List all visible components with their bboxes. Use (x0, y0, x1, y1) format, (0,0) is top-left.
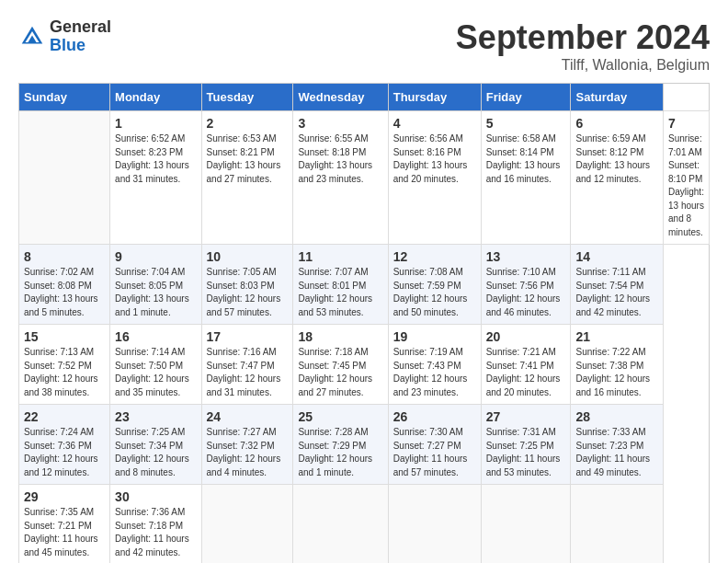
day-cell: 9Sunrise: 7:04 AM Sunset: 8:05 PM Daylig… (110, 245, 201, 325)
calendar-header: SundayMondayTuesdayWednesdayThursdayFrid… (19, 84, 710, 111)
day-number: 24 (207, 409, 289, 424)
day-cell: 6Sunrise: 6:59 AM Sunset: 8:12 PM Daylig… (571, 111, 664, 245)
day-cell: 15Sunrise: 7:13 AM Sunset: 7:52 PM Dayli… (19, 325, 110, 405)
day-number: 3 (298, 116, 382, 131)
day-info: Sunrise: 6:56 AM Sunset: 8:16 PM Dayligh… (393, 132, 476, 186)
day-cell: 19Sunrise: 7:19 AM Sunset: 7:43 PM Dayli… (388, 325, 481, 405)
day-number: 15 (24, 329, 105, 344)
day-number: 19 (393, 329, 476, 344)
day-number: 25 (298, 409, 382, 424)
day-cell (293, 485, 388, 564)
day-cell: 25Sunrise: 7:28 AM Sunset: 7:29 PM Dayli… (293, 405, 388, 485)
day-cell: 12Sunrise: 7:08 AM Sunset: 7:59 PM Dayli… (388, 245, 481, 325)
day-info: Sunrise: 7:10 AM Sunset: 7:56 PM Dayligh… (486, 266, 566, 319)
day-cell: 17Sunrise: 7:16 AM Sunset: 7:47 PM Dayli… (201, 325, 293, 405)
day-number: 6 (575, 116, 658, 131)
day-number: 5 (486, 116, 566, 131)
header-day-friday: Friday (481, 84, 571, 111)
day-cell (571, 485, 664, 564)
week-row-1: 1Sunrise: 6:52 AM Sunset: 8:23 PM Daylig… (19, 111, 710, 245)
day-info: Sunrise: 7:08 AM Sunset: 7:59 PM Dayligh… (393, 266, 476, 319)
day-cell: 23Sunrise: 7:25 AM Sunset: 7:34 PM Dayli… (110, 405, 201, 485)
day-number: 8 (24, 249, 105, 264)
day-cell: 4Sunrise: 6:56 AM Sunset: 8:16 PM Daylig… (388, 111, 481, 245)
location-subtitle: Tilff, Wallonia, Belgium (456, 57, 710, 74)
day-cell: 14Sunrise: 7:11 AM Sunset: 7:54 PM Dayli… (571, 245, 664, 325)
header-day-saturday: Saturday (571, 84, 664, 111)
day-cell: 10Sunrise: 7:05 AM Sunset: 8:03 PM Dayli… (201, 245, 293, 325)
day-info: Sunrise: 6:55 AM Sunset: 8:18 PM Dayligh… (298, 132, 382, 186)
day-info: Sunrise: 7:27 AM Sunset: 7:32 PM Dayligh… (207, 426, 289, 479)
week-row-3: 15Sunrise: 7:13 AM Sunset: 7:52 PM Dayli… (19, 325, 710, 405)
logo-text: General Blue (50, 18, 111, 55)
header: General Blue September 2024 Tilff, Wallo… (18, 18, 710, 74)
calendar-table: SundayMondayTuesdayWednesdayThursdayFrid… (18, 83, 710, 563)
day-number: 22 (24, 409, 105, 424)
day-cell: 24Sunrise: 7:27 AM Sunset: 7:32 PM Dayli… (201, 405, 293, 485)
day-info: Sunrise: 7:18 AM Sunset: 7:45 PM Dayligh… (298, 346, 382, 399)
logo-blue-text: Blue (50, 37, 111, 55)
day-cell (388, 485, 481, 564)
header-day-sunday: Sunday (19, 84, 110, 111)
day-info: Sunrise: 7:21 AM Sunset: 7:41 PM Dayligh… (486, 346, 566, 399)
empty-cell (19, 111, 110, 245)
day-info: Sunrise: 7:16 AM Sunset: 7:47 PM Dayligh… (207, 346, 289, 399)
day-info: Sunrise: 7:28 AM Sunset: 7:29 PM Dayligh… (298, 426, 382, 479)
day-number: 2 (207, 116, 289, 131)
day-number: 28 (575, 409, 658, 424)
day-number: 4 (393, 116, 476, 131)
day-info: Sunrise: 7:33 AM Sunset: 7:23 PM Dayligh… (575, 426, 658, 479)
header-day-wednesday: Wednesday (293, 84, 388, 111)
day-number: 20 (486, 329, 566, 344)
header-day-monday: Monday (110, 84, 201, 111)
day-number: 29 (24, 489, 105, 504)
day-info: Sunrise: 7:22 AM Sunset: 7:38 PM Dayligh… (575, 346, 658, 399)
logo: General Blue (18, 18, 111, 55)
calendar-body: 1Sunrise: 6:52 AM Sunset: 8:23 PM Daylig… (19, 111, 710, 564)
day-number: 7 (668, 116, 704, 131)
day-cell (481, 485, 571, 564)
day-cell: 18Sunrise: 7:18 AM Sunset: 7:45 PM Dayli… (293, 325, 388, 405)
day-cell: 29Sunrise: 7:35 AM Sunset: 7:21 PM Dayli… (19, 485, 110, 564)
day-cell: 28Sunrise: 7:33 AM Sunset: 7:23 PM Dayli… (571, 405, 664, 485)
day-info: Sunrise: 7:11 AM Sunset: 7:54 PM Dayligh… (575, 266, 658, 319)
logo-general-text: General (50, 18, 111, 37)
week-row-5: 29Sunrise: 7:35 AM Sunset: 7:21 PM Dayli… (19, 485, 710, 564)
day-info: Sunrise: 6:52 AM Sunset: 8:23 PM Dayligh… (115, 132, 196, 186)
day-info: Sunrise: 6:58 AM Sunset: 8:14 PM Dayligh… (486, 132, 566, 186)
logo-icon (18, 23, 46, 51)
day-cell: 16Sunrise: 7:14 AM Sunset: 7:50 PM Dayli… (110, 325, 201, 405)
day-number: 30 (115, 489, 196, 504)
day-cell: 3Sunrise: 6:55 AM Sunset: 8:18 PM Daylig… (293, 111, 388, 245)
day-cell: 26Sunrise: 7:30 AM Sunset: 7:27 PM Dayli… (388, 405, 481, 485)
day-number: 18 (298, 329, 382, 344)
day-info: Sunrise: 7:07 AM Sunset: 8:01 PM Dayligh… (298, 266, 382, 319)
day-number: 13 (486, 249, 566, 264)
day-info: Sunrise: 7:19 AM Sunset: 7:43 PM Dayligh… (393, 346, 476, 399)
day-number: 21 (575, 329, 658, 344)
day-number: 11 (298, 249, 382, 264)
day-cell: 20Sunrise: 7:21 AM Sunset: 7:41 PM Dayli… (481, 325, 571, 405)
day-info: Sunrise: 7:05 AM Sunset: 8:03 PM Dayligh… (207, 266, 289, 319)
day-number: 17 (207, 329, 289, 344)
day-cell: 8Sunrise: 7:02 AM Sunset: 8:08 PM Daylig… (19, 245, 110, 325)
week-row-2: 8Sunrise: 7:02 AM Sunset: 8:08 PM Daylig… (19, 245, 710, 325)
day-cell: 21Sunrise: 7:22 AM Sunset: 7:38 PM Dayli… (571, 325, 664, 405)
day-cell: 27Sunrise: 7:31 AM Sunset: 7:25 PM Dayli… (481, 405, 571, 485)
day-number: 23 (115, 409, 196, 424)
day-number: 27 (486, 409, 566, 424)
day-cell: 13Sunrise: 7:10 AM Sunset: 7:56 PM Dayli… (481, 245, 571, 325)
week-row-4: 22Sunrise: 7:24 AM Sunset: 7:36 PM Dayli… (19, 405, 710, 485)
day-info: Sunrise: 6:53 AM Sunset: 8:21 PM Dayligh… (207, 132, 289, 186)
day-info: Sunrise: 7:24 AM Sunset: 7:36 PM Dayligh… (24, 426, 105, 479)
day-info: Sunrise: 6:59 AM Sunset: 8:12 PM Dayligh… (575, 132, 658, 186)
day-cell: 5Sunrise: 6:58 AM Sunset: 8:14 PM Daylig… (481, 111, 571, 245)
day-cell: 1Sunrise: 6:52 AM Sunset: 8:23 PM Daylig… (110, 111, 201, 245)
day-info: Sunrise: 7:01 AM Sunset: 8:10 PM Dayligh… (668, 132, 704, 239)
day-cell (201, 485, 293, 564)
day-cell: 30Sunrise: 7:36 AM Sunset: 7:18 PM Dayli… (110, 485, 201, 564)
day-cell: 11Sunrise: 7:07 AM Sunset: 8:01 PM Dayli… (293, 245, 388, 325)
day-info: Sunrise: 7:02 AM Sunset: 8:08 PM Dayligh… (24, 266, 105, 319)
day-number: 26 (393, 409, 476, 424)
month-title: September 2024 (456, 18, 710, 57)
